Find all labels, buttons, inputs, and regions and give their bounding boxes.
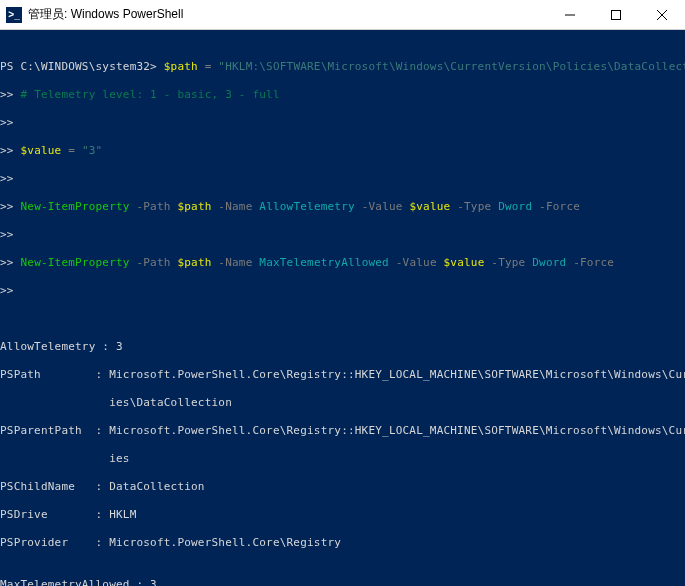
output-line: PSPath : Microsoft.PowerShell.Core\Regis… — [0, 368, 685, 382]
cmd-line: PS C:\WINDOWS\system32> $path = "HKLM:\S… — [0, 60, 685, 74]
param: -Path — [130, 200, 178, 213]
string-path: "HKLM:\SOFTWARE\Microsoft\Windows\Curren… — [218, 60, 685, 73]
close-icon — [657, 10, 667, 20]
svg-rect-1 — [612, 10, 621, 19]
cont-marker: >> — [0, 116, 14, 129]
cont-line: >> — [0, 116, 685, 130]
powershell-icon-glyph: >_ — [8, 9, 19, 20]
cont-line: >> $value = "3" — [0, 144, 685, 158]
arg: AllowTelemetry — [259, 200, 355, 213]
param: -Path — [130, 256, 178, 269]
cont-line: >> — [0, 172, 685, 186]
prompt: PS C:\WINDOWS\system32> — [0, 60, 157, 73]
cont-marker: >> — [0, 172, 14, 185]
param: -Value — [389, 256, 444, 269]
arg: MaxTelemetryAllowed — [259, 256, 389, 269]
cont-line: >> New-ItemProperty -Path $path -Name Ma… — [0, 256, 685, 270]
output-line: ies — [0, 452, 685, 466]
cmdlet: New-ItemProperty — [20, 256, 129, 269]
window-buttons — [547, 0, 685, 29]
param: -Name — [212, 256, 260, 269]
arg-var: $path — [177, 256, 211, 269]
output-line: PSProvider : Microsoft.PowerShell.Core\R… — [0, 536, 685, 550]
equals: = — [61, 144, 81, 157]
param: -Force — [532, 200, 580, 213]
cont-marker: >> — [0, 284, 14, 297]
output-line: PSChildName : DataCollection — [0, 480, 685, 494]
arg-var: $value — [444, 256, 485, 269]
close-button[interactable] — [639, 0, 685, 29]
output-line: AllowTelemetry : 3 — [0, 340, 685, 354]
arg: Dword — [532, 256, 566, 269]
cont-line: >> — [0, 228, 685, 242]
var-path: $path — [164, 60, 198, 73]
arg: Dword — [498, 200, 532, 213]
window-title: 管理员: Windows PowerShell — [28, 6, 547, 23]
equals: = — [198, 60, 218, 73]
var-value: $value — [20, 144, 61, 157]
comment: # Telemetry level: 1 - basic, 3 - full — [20, 88, 279, 101]
cont-marker: >> — [0, 88, 14, 101]
powershell-icon: >_ — [6, 7, 22, 23]
cont-marker: >> — [0, 228, 14, 241]
arg-var: $path — [177, 200, 211, 213]
param: -Force — [566, 256, 614, 269]
titlebar[interactable]: >_ 管理员: Windows PowerShell — [0, 0, 685, 30]
cont-marker: >> — [0, 200, 14, 213]
cmdlet: New-ItemProperty — [20, 200, 129, 213]
maximize-button[interactable] — [593, 0, 639, 29]
cont-line: >> New-ItemProperty -Path $path -Name Al… — [0, 200, 685, 214]
output-line: MaxTelemetryAllowed : 3 — [0, 578, 685, 586]
minimize-button[interactable] — [547, 0, 593, 29]
arg-var: $value — [409, 200, 450, 213]
output-line: PSParentPath : Microsoft.PowerShell.Core… — [0, 424, 685, 438]
cont-marker: >> — [0, 144, 14, 157]
terminal-body[interactable]: PS C:\WINDOWS\system32> $path = "HKLM:\S… — [0, 30, 685, 586]
output-line: PSDrive : HKLM — [0, 508, 685, 522]
powershell-window: >_ 管理员: Windows PowerShell PS C:\WINDOWS… — [0, 0, 685, 586]
output-line: ies\DataCollection — [0, 396, 685, 410]
string-value: "3" — [82, 144, 102, 157]
cont-marker: >> — [0, 256, 14, 269]
param: -Name — [212, 200, 260, 213]
param: -Value — [355, 200, 410, 213]
cont-line: >> # Telemetry level: 1 - basic, 3 - ful… — [0, 88, 685, 102]
maximize-icon — [611, 10, 621, 20]
param: -Type — [450, 200, 498, 213]
param: -Type — [484, 256, 532, 269]
minimize-icon — [565, 10, 575, 20]
cont-line: >> — [0, 284, 685, 298]
